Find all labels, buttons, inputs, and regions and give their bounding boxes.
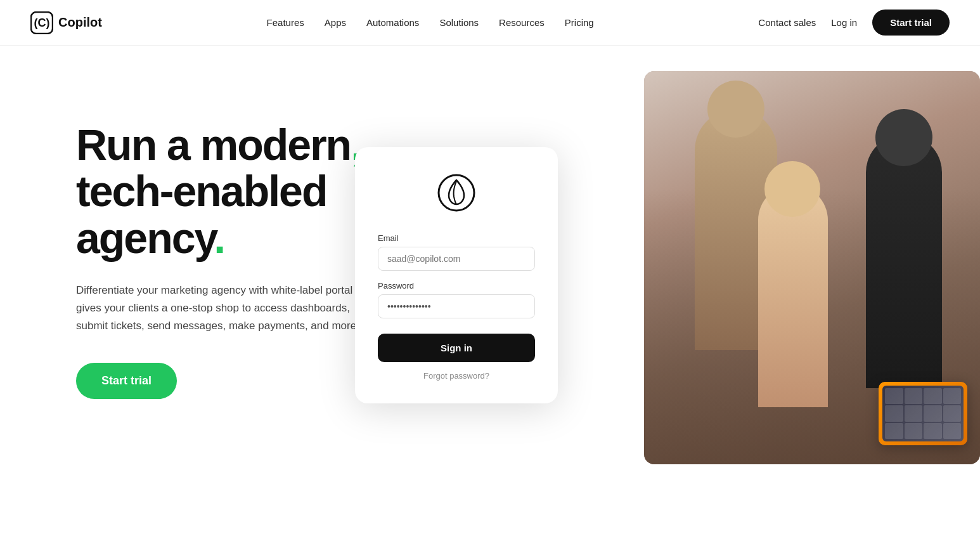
tablet-screen [882,386,964,441]
nav-right: Contact sales Log in Start trial [758,10,950,36]
hero-section: Run a modern, tech-enabled agency. Diffe… [0,46,980,548]
person-silhouette-3 [758,185,828,407]
login-card: Email Password Sign in Forgot password? [355,147,558,403]
forgot-password-link[interactable]: Forgot password? [378,371,535,381]
tablet-cell [943,423,962,439]
email-input[interactable] [378,247,535,271]
password-field-group: Password [378,281,535,318]
person-head-3 [764,161,820,217]
nav-item-resources[interactable]: Resources [499,17,545,28]
hero-subtext: Differentiate your marketing agency with… [76,282,380,335]
login-link[interactable]: Log in [831,17,857,28]
email-label: Email [378,233,535,243]
nav-item-apps[interactable]: Apps [325,17,346,28]
nav-item-pricing[interactable]: Pricing [565,17,594,28]
tablet-cell [943,388,962,404]
person-silhouette-2 [866,134,942,388]
tablet-cell [885,423,903,439]
navbar: (C) Copilot Features Apps Automations So… [0,0,980,46]
nav-links: Features Apps Automations Solutions Reso… [267,17,594,29]
tablet-cell [905,405,923,421]
sign-in-button[interactable]: Sign in [378,334,535,362]
password-label: Password [378,281,535,290]
tablet-cell [905,423,923,439]
nav-item-features[interactable]: Features [267,17,304,28]
person-head-2 [875,109,932,166]
person-head-1 [707,81,764,138]
tablet-cell [924,388,942,404]
logo-icon: (C) [30,11,53,34]
tablet-cell [885,388,903,404]
hero-headline: Run a modern, tech-enabled agency. [76,122,380,261]
tablet-cell [943,405,962,421]
nav-start-trial-button[interactable]: Start trial [872,10,950,36]
tablet-cell [905,388,923,404]
tablet-cell [924,405,942,421]
hero-left: Run a modern, tech-enabled agency. Diffe… [76,96,380,399]
nav-item-solutions[interactable]: Solutions [439,17,479,28]
contact-sales-link[interactable]: Contact sales [758,17,816,28]
password-input[interactable] [378,294,535,318]
tablet-device [879,382,967,445]
login-card-logo [378,173,535,213]
nav-item-automations[interactable]: Automations [366,17,419,28]
hero-start-trial-button[interactable]: Start trial [76,363,177,399]
hero-right: Email Password Sign in Forgot password? [380,96,950,490]
email-field-group: Email [378,233,535,271]
tablet-cell [924,423,942,439]
tablet-cell [885,405,903,421]
copilot-logo-icon [436,173,477,213]
hero-photo-inner [644,71,980,464]
logo-wordmark: Copilot [58,15,102,30]
logo[interactable]: (C) Copilot [30,11,102,34]
svg-text:(C): (C) [34,16,50,29]
hero-photo [644,71,980,464]
